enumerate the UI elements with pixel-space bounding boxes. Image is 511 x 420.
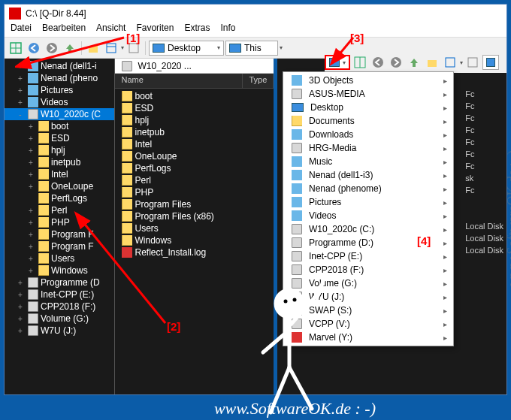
list-item[interactable]: boot	[115, 90, 274, 102]
pane-tab[interactable]: W10_2020 ...	[115, 59, 274, 74]
config-button[interactable]	[125, 40, 142, 56]
tree-item[interactable]: +CPP2018 (F:)	[5, 301, 114, 313]
column-headers[interactable]: Name Type	[115, 74, 274, 89]
expander-icon[interactable]: +	[26, 147, 36, 155]
tree-item[interactable]: +Users	[5, 252, 114, 264]
dropdown-item[interactable]: Desktop▸	[285, 101, 452, 114]
dropdown-item[interactable]: Nenad (dell1-i3)▸	[285, 168, 452, 182]
list-item[interactable]: Users	[115, 222, 274, 234]
expander-icon[interactable]: +	[26, 183, 36, 191]
menu-info[interactable]: Info	[220, 23, 235, 37]
dropdown-item[interactable]: Documents▸	[285, 114, 452, 128]
dropdown-item[interactable]: 3D Objects▸	[285, 74, 452, 87]
tree-item[interactable]: +PHP	[5, 216, 114, 228]
up-button[interactable]	[62, 40, 78, 56]
back-button[interactable]	[370, 54, 386, 71]
dropdown-item[interactable]: Pictures▸	[285, 195, 452, 209]
address-thispc[interactable]: This	[225, 41, 278, 56]
list-item[interactable]: Program Files (x86)	[115, 210, 274, 222]
expander-icon[interactable]: +	[15, 86, 26, 95]
expander-icon[interactable]: +	[26, 159, 36, 167]
tree-item[interactable]: +Windows	[5, 264, 114, 276]
list-item[interactable]: PHP	[115, 186, 274, 198]
dropdown-item[interactable]: Programme (D:)▸	[285, 236, 452, 249]
tree-item[interactable]: +Inet-CPP (E:)	[5, 289, 114, 301]
expander-icon[interactable]: +	[15, 303, 26, 311]
expander-icon[interactable]: +	[26, 171, 36, 179]
tree-item[interactable]: +Program F	[5, 228, 114, 240]
tree-item[interactable]: +inetpub	[5, 156, 114, 168]
forward-button[interactable]	[44, 40, 60, 56]
dropdown-item[interactable]: Marvel (Y:)▸	[285, 331, 452, 344]
chevron-down-icon[interactable]: ▾	[121, 44, 124, 51]
menu-bearbeiten[interactable]: Bearbeiten	[42, 23, 86, 37]
dropdown-item[interactable]: W7U (J:)▸	[285, 290, 452, 304]
titlebar[interactable]: C:\ [Q-Dir 8.44]	[5, 5, 506, 23]
menu-ansicht[interactable]: Ansicht	[96, 23, 125, 37]
expander-icon[interactable]: +	[26, 207, 36, 215]
list-item[interactable]: PerfLogs	[115, 162, 274, 174]
expander-icon[interactable]: -	[15, 110, 26, 119]
address-desktop[interactable]: Desktop ▾	[149, 41, 224, 56]
expander-icon[interactable]: +	[26, 219, 36, 227]
list-item[interactable]: inetpub	[115, 126, 274, 138]
expander-icon[interactable]: +	[15, 98, 26, 107]
expander-icon[interactable]: +	[26, 122, 36, 131]
dropdown-item[interactable]: VCPP (V:)▸	[285, 317, 452, 331]
expander-icon[interactable]: +	[26, 243, 36, 251]
tree-item[interactable]: +Intel	[5, 168, 114, 180]
tree-item[interactable]: +Videos	[5, 96, 114, 108]
layout-button[interactable]	[352, 54, 368, 71]
tree-item[interactable]: -W10_2020c (C	[5, 108, 114, 120]
dropdown-item[interactable]: Inet-CPP (E:)▸	[285, 249, 452, 263]
address-desktop2[interactable]	[482, 55, 499, 70]
tree-item[interactable]: +Volume (G:)	[5, 313, 114, 325]
tree-item[interactable]: +ESD	[5, 132, 114, 144]
chevron-down-icon[interactable]: ▾	[280, 44, 283, 51]
tree-item[interactable]: +Programme (D	[5, 276, 114, 289]
dropdown-item[interactable]: ASUS-MEDIA▸	[285, 87, 452, 101]
list-item[interactable]: hplj	[115, 114, 274, 126]
up-button[interactable]	[406, 54, 422, 71]
tree-item[interactable]: +boot	[5, 120, 114, 132]
expander-icon[interactable]: +	[15, 315, 26, 323]
layout-button[interactable]	[8, 40, 24, 56]
tree-item[interactable]: +W7U (J:)	[5, 325, 114, 337]
tree-item[interactable]: +hplj	[5, 144, 114, 156]
dropdown-item[interactable]: CPP2018 (F:)▸	[285, 263, 452, 276]
dropdown-item[interactable]: SWAP (S:)▸	[285, 304, 452, 317]
tree-item[interactable]: +Nenad (dell1-i	[5, 60, 114, 72]
location-dropdown[interactable]: 3D Objects▸ASUS-MEDIA▸Desktop▸Documents▸…	[283, 71, 454, 346]
dropdown-item[interactable]: Downloads▸	[285, 128, 452, 141]
expander-icon[interactable]: +	[26, 267, 36, 275]
chevron-down-icon[interactable]: ▾	[343, 59, 346, 66]
list-item[interactable]: Intel	[115, 138, 274, 150]
dropdown-item[interactable]: Nenad (phenome)▸	[285, 182, 452, 195]
view-button[interactable]	[442, 54, 458, 71]
dropdown-item[interactable]: HRG-Media▸	[285, 141, 452, 155]
expander-icon[interactable]: +	[26, 255, 36, 263]
menu-favoriten[interactable]: Favoriten	[136, 23, 174, 37]
tree-item[interactable]: +Nenad (pheno	[5, 72, 114, 84]
chevron-down-icon[interactable]: ▾	[460, 59, 463, 66]
tree-item[interactable]: PerfLogs	[5, 192, 114, 204]
dropdown-item[interactable]: Music▸	[285, 155, 452, 168]
config-button[interactable]	[464, 54, 481, 71]
expander-icon[interactable]: +	[15, 327, 26, 335]
expander-icon[interactable]: +	[15, 279, 26, 287]
folder-tree[interactable]: +Nenad (dell1-i+Nenad (pheno+Pictures+Vi…	[5, 59, 114, 338]
expander-icon[interactable]: +	[26, 231, 36, 239]
list-item[interactable]: ESD	[115, 102, 274, 114]
expander-icon[interactable]: +	[15, 291, 26, 299]
dropdown-item[interactable]: Volume (G:)▸	[285, 276, 452, 290]
col-type[interactable]: Type	[243, 74, 274, 88]
explore-button[interactable]	[85, 40, 101, 56]
col-name[interactable]: Name	[115, 74, 243, 88]
dropdown-item[interactable]: W10_2020c (C:)▸	[285, 222, 452, 236]
expander-icon[interactable]: +	[15, 74, 26, 83]
menu-extras[interactable]: Extras	[184, 23, 210, 37]
view-button[interactable]	[103, 40, 119, 56]
back-button[interactable]	[26, 40, 42, 56]
chevron-down-icon[interactable]: ▾	[217, 44, 220, 51]
list-item[interactable]: Perl	[115, 174, 274, 186]
